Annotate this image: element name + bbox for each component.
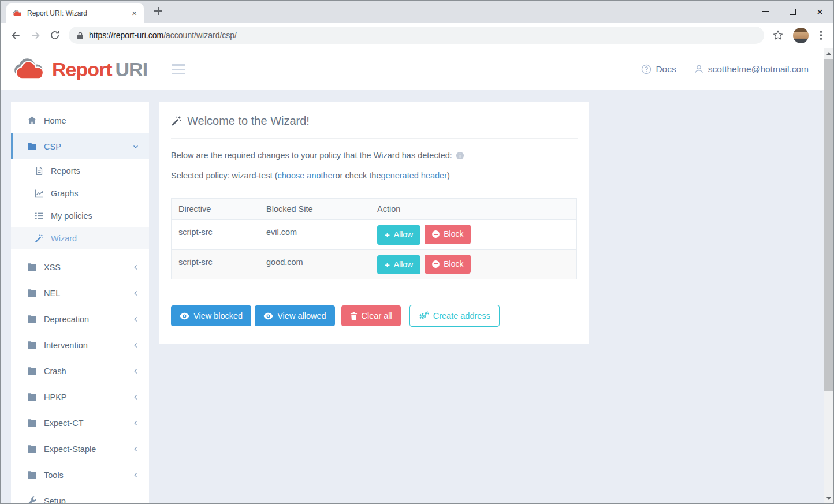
window-close-button[interactable]: × bbox=[806, 1, 833, 23]
browser-menu-button[interactable] bbox=[814, 27, 828, 43]
create-address-button[interactable]: Create address bbox=[409, 305, 500, 327]
tab-close-icon[interactable]: × bbox=[129, 9, 139, 17]
docs-link[interactable]: Docs bbox=[641, 64, 676, 74]
sidebar-item-label: HPKP bbox=[44, 393, 67, 402]
table-row: script-src good.com +AllowBlock bbox=[172, 249, 577, 279]
cloud-logo-icon bbox=[14, 58, 47, 80]
allow-button[interactable]: +Allow bbox=[377, 255, 420, 275]
eye-icon bbox=[263, 312, 273, 320]
magic-wand-icon bbox=[35, 234, 44, 243]
scrollbar-thumb[interactable] bbox=[824, 59, 833, 391]
actions-row: View blocked View allowed Clear all Crea… bbox=[171, 305, 578, 327]
folder-icon bbox=[27, 392, 37, 402]
view-allowed-button[interactable]: View allowed bbox=[255, 305, 334, 326]
reload-icon bbox=[50, 30, 60, 40]
user-icon bbox=[694, 64, 704, 74]
window-controls: × bbox=[752, 1, 833, 23]
chevron-left-icon bbox=[132, 419, 140, 427]
allow-button[interactable]: +Allow bbox=[377, 225, 420, 245]
sidebar-item-intervention[interactable]: Intervention bbox=[11, 332, 149, 358]
sidebar-item-reports[interactable]: Reports bbox=[11, 159, 149, 182]
wrench-icon bbox=[27, 496, 37, 504]
trash-icon bbox=[350, 312, 358, 320]
folder-icon bbox=[27, 340, 37, 350]
col-action: Action bbox=[370, 199, 577, 220]
new-tab-button[interactable] bbox=[151, 3, 166, 18]
sidebar-item-xss[interactable]: XSS bbox=[11, 254, 149, 280]
folder-icon bbox=[27, 418, 37, 428]
home-icon bbox=[27, 115, 37, 125]
sidebar-item-setup[interactable]: Setup bbox=[11, 488, 149, 504]
plus-icon: + bbox=[385, 260, 390, 269]
back-button[interactable] bbox=[6, 26, 25, 44]
report-uri-logo[interactable]: ReportURI bbox=[14, 58, 147, 81]
table-row: script-src evil.com +AllowBlock bbox=[172, 220, 577, 250]
forward-arrow-icon bbox=[30, 30, 41, 41]
choose-another-link[interactable]: choose another bbox=[278, 171, 336, 180]
page-scrollbar[interactable] bbox=[824, 48, 833, 503]
magic-wand-icon bbox=[171, 115, 182, 126]
chevron-left-icon bbox=[132, 393, 140, 401]
chevron-left-icon bbox=[132, 471, 140, 479]
sidebar-item-crash[interactable]: Crash bbox=[11, 358, 149, 384]
view-blocked-button[interactable]: View blocked bbox=[171, 305, 251, 326]
browser-profile-avatar[interactable] bbox=[793, 28, 809, 43]
sidebar-item-expect-ct[interactable]: Expect-CT bbox=[11, 410, 149, 436]
back-arrow-icon bbox=[10, 30, 21, 41]
col-blocked-site: Blocked Site bbox=[259, 199, 370, 220]
cell-blocked-site: good.com bbox=[259, 249, 370, 279]
sidebar-item-label: Setup bbox=[44, 496, 66, 504]
sidebar-item-label: Crash bbox=[44, 367, 66, 376]
cell-directive: script-src bbox=[172, 220, 259, 250]
panel-header: Welcome to the Wizard! bbox=[159, 102, 589, 138]
block-button[interactable]: Block bbox=[425, 255, 471, 274]
url-bar[interactable]: https://report-uri.com/account/wizard/cs… bbox=[69, 27, 764, 44]
sidebar-item-graphs[interactable]: Graphs bbox=[11, 182, 149, 204]
sidebar-item-tools[interactable]: Tools bbox=[11, 462, 149, 488]
panel-body: Below are the required changes to your p… bbox=[159, 139, 589, 344]
sidebar-item-wizard[interactable]: Wizard bbox=[11, 227, 149, 249]
scrollbar-up-button[interactable] bbox=[824, 48, 833, 58]
chevron-left-icon bbox=[132, 367, 140, 375]
browser-tab[interactable]: Report URI: Wizard × bbox=[6, 3, 144, 23]
forward-button[interactable] bbox=[26, 26, 44, 44]
submenu-spacer bbox=[11, 249, 149, 254]
header-right: Docs scotthelme@hotmail.com bbox=[641, 64, 809, 74]
sidebar-item-home[interactable]: Home bbox=[11, 107, 149, 133]
triangle-down-icon bbox=[826, 497, 831, 500]
file-text-icon bbox=[35, 166, 44, 176]
chevron-left-icon bbox=[132, 263, 140, 271]
info-circle-icon[interactable] bbox=[456, 151, 464, 160]
sidebar-item-label: Graphs bbox=[51, 189, 79, 198]
sidebar-item-nel[interactable]: NEL bbox=[11, 280, 149, 306]
user-email: scotthelme@hotmail.com bbox=[708, 64, 809, 74]
scrollbar-down-button[interactable] bbox=[824, 494, 833, 503]
bookmark-button[interactable] bbox=[769, 26, 787, 44]
reload-button[interactable] bbox=[46, 26, 64, 44]
eye-icon bbox=[180, 312, 189, 320]
sidebar-item-label: XSS bbox=[44, 263, 61, 272]
minus-circle-icon bbox=[432, 260, 440, 268]
clear-all-button[interactable]: Clear all bbox=[341, 305, 401, 326]
dot bbox=[820, 31, 822, 33]
sidebar-item-label: My policies bbox=[51, 211, 92, 221]
sidebar-item-label: Tools bbox=[44, 471, 64, 480]
folder-icon bbox=[27, 141, 37, 151]
window-maximize-button[interactable] bbox=[779, 1, 806, 23]
star-icon bbox=[773, 30, 783, 40]
folder-icon bbox=[27, 262, 37, 272]
sidebar-item-deprecation[interactable]: Deprecation bbox=[11, 306, 149, 332]
sidebar-item-hpkp[interactable]: HPKP bbox=[11, 384, 149, 410]
generated-header-link[interactable]: generated header bbox=[381, 171, 448, 180]
plus-icon: + bbox=[385, 230, 390, 239]
sidebar-toggle-button[interactable] bbox=[169, 62, 188, 77]
folder-icon bbox=[27, 444, 37, 454]
block-button[interactable]: Block bbox=[425, 225, 471, 244]
wizard-panel: Welcome to the Wizard! Below are the req… bbox=[159, 102, 589, 344]
sidebar-item-csp[interactable]: CSP bbox=[11, 133, 149, 159]
account-menu[interactable]: scotthelme@hotmail.com bbox=[694, 64, 809, 74]
window-minimize-button[interactable] bbox=[752, 1, 779, 23]
sidebar-item-expect-staple[interactable]: Expect-Staple bbox=[11, 436, 149, 462]
sidebar-item-my-policies[interactable]: My policies bbox=[11, 204, 149, 227]
chevron-left-icon bbox=[132, 341, 140, 349]
